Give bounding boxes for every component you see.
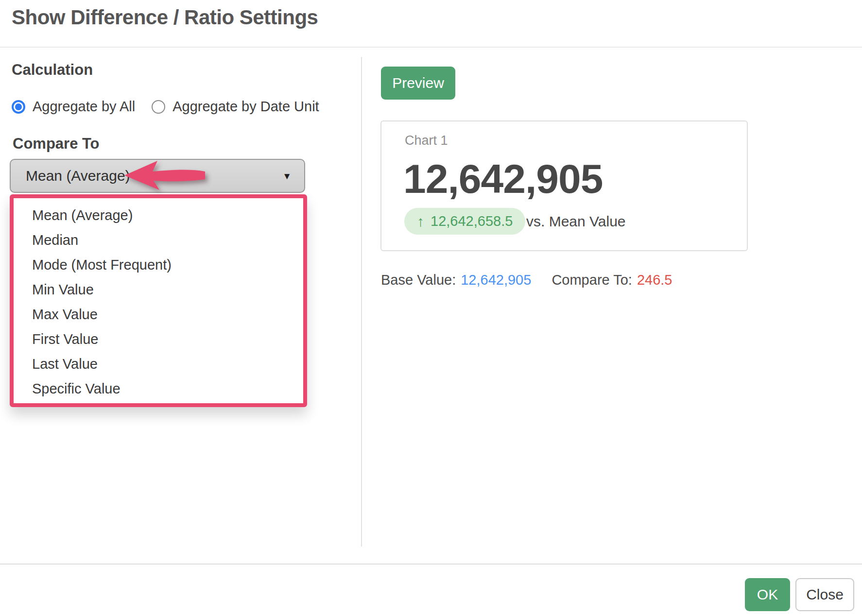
delta-comparison-text: vs. Mean Value <box>526 208 626 235</box>
radio-aggregate-by-all[interactable]: Aggregate by All <box>12 99 135 115</box>
delta-value: 12,642,658.5 <box>431 213 513 229</box>
dropdown-option-median[interactable]: Median <box>14 228 303 253</box>
annotation-arrow-icon <box>123 160 206 191</box>
column-divider <box>361 57 362 547</box>
ok-button[interactable]: OK <box>745 578 790 611</box>
aggregate-radio-group: Aggregate by All Aggregate by Date Unit <box>12 99 319 115</box>
dropdown-option-mode[interactable]: Mode (Most Frequent) <box>14 253 303 277</box>
header-divider <box>0 47 862 48</box>
arrow-up-icon: ↑ <box>417 214 424 229</box>
preview-button[interactable]: Preview <box>381 67 455 100</box>
chevron-down-icon: ▼ <box>282 171 292 181</box>
dropdown-option-specific[interactable]: Specific Value <box>14 376 303 401</box>
compare-to-dropdown-list: Mean (Average) Median Mode (Most Frequen… <box>10 194 307 407</box>
base-value-label: Base Value: <box>381 272 456 288</box>
compare-to-summary-label: Compare To: <box>552 272 632 288</box>
radio-unselected-icon[interactable] <box>152 100 165 114</box>
dropdown-option-first[interactable]: First Value <box>14 327 303 352</box>
chart-card-title: Chart 1 <box>405 133 448 148</box>
compare-to-label: Compare To <box>13 135 100 153</box>
radio-aggregate-by-date-unit[interactable]: Aggregate by Date Unit <box>152 99 319 115</box>
summary-row: Base Value: 12,642,905 Compare To: 246.5 <box>381 272 672 288</box>
dropdown-option-max[interactable]: Max Value <box>14 302 303 327</box>
delta-badge: ↑ 12,642,658.5 <box>404 208 525 235</box>
calculation-label: Calculation <box>12 61 93 79</box>
compare-to-selected-value: Mean (Average) <box>26 168 130 184</box>
footer-divider <box>0 564 862 565</box>
close-button[interactable]: Close <box>795 578 854 611</box>
dropdown-option-last[interactable]: Last Value <box>14 352 303 376</box>
radio-aggregate-by-date-unit-label: Aggregate by Date Unit <box>172 99 319 115</box>
dropdown-option-mean[interactable]: Mean (Average) <box>14 203 303 228</box>
base-value: 12,642,905 <box>461 272 531 288</box>
compare-to-value: 246.5 <box>637 272 672 288</box>
radio-selected-icon[interactable] <box>12 100 25 114</box>
page-title: Show Difference / Ratio Settings <box>12 6 318 29</box>
radio-aggregate-by-all-label: Aggregate by All <box>33 99 135 115</box>
chart-kpi-value: 12,642,905 <box>403 158 603 199</box>
dropdown-option-min[interactable]: Min Value <box>14 277 303 302</box>
